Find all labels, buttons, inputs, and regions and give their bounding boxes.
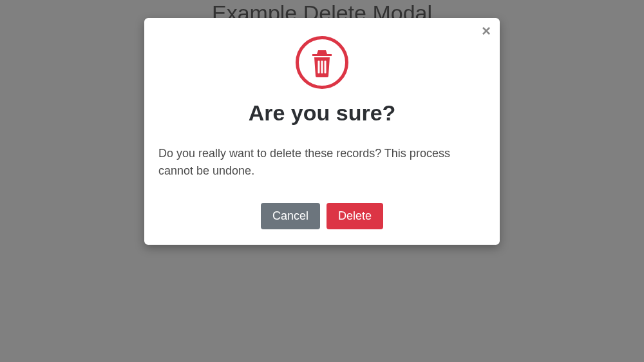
delete-button[interactable]: Delete: [327, 203, 383, 229]
confirm-delete-modal: × Are you sure? Do you really want to de…: [144, 18, 500, 245]
modal-message: Do you really want to delete these recor…: [157, 145, 487, 180]
trash-icon: [296, 36, 348, 89]
svg-rect-2: [325, 61, 327, 73]
modal-icon-wrap: [157, 36, 487, 89]
close-icon: ×: [482, 22, 491, 39]
modal-button-row: Cancel Delete: [157, 203, 487, 229]
cancel-button[interactable]: Cancel: [261, 203, 320, 229]
svg-rect-0: [318, 61, 320, 73]
modal-backdrop: × Are you sure? Do you really want to de…: [0, 0, 644, 362]
close-button[interactable]: ×: [482, 23, 491, 39]
modal-title: Are you sure?: [157, 100, 487, 126]
svg-rect-1: [321, 61, 323, 73]
